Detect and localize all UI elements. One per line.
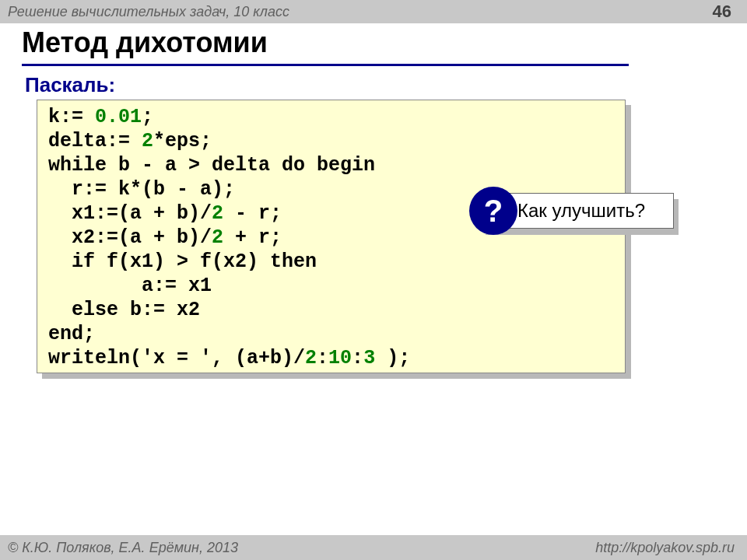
footer-bar: © К.Ю. Поляков, Е.А. Ерёмин, 2013 http:/… <box>0 535 747 560</box>
callout-box: ? Как улучшить? <box>481 193 674 229</box>
page-number: 46 <box>713 2 731 22</box>
footer-url: http://kpolyakov.spb.ru <box>595 540 735 556</box>
header-subject: Решение вычислительных задач, 10 класс <box>8 4 289 20</box>
code-box: k:= 0.01; delta:= 2*eps; while b - a > d… <box>37 100 626 373</box>
title-underline <box>22 64 629 66</box>
code-content: k:= 0.01; delta:= 2*eps; while b - a > d… <box>48 105 614 370</box>
callout-text: Как улучшить? <box>517 200 645 222</box>
question-icon: ? <box>469 187 517 235</box>
header-bar: Решение вычислительных задач, 10 класс 4… <box>0 0 747 23</box>
language-label: Паскаль: <box>25 73 115 97</box>
footer-author: © К.Ю. Поляков, Е.А. Ерёмин, 2013 <box>8 540 238 556</box>
callout: ? Как улучшить? <box>467 193 674 229</box>
page-title: Метод дихотомии <box>22 26 268 59</box>
slide: Решение вычислительных задач, 10 класс 4… <box>0 0 747 560</box>
